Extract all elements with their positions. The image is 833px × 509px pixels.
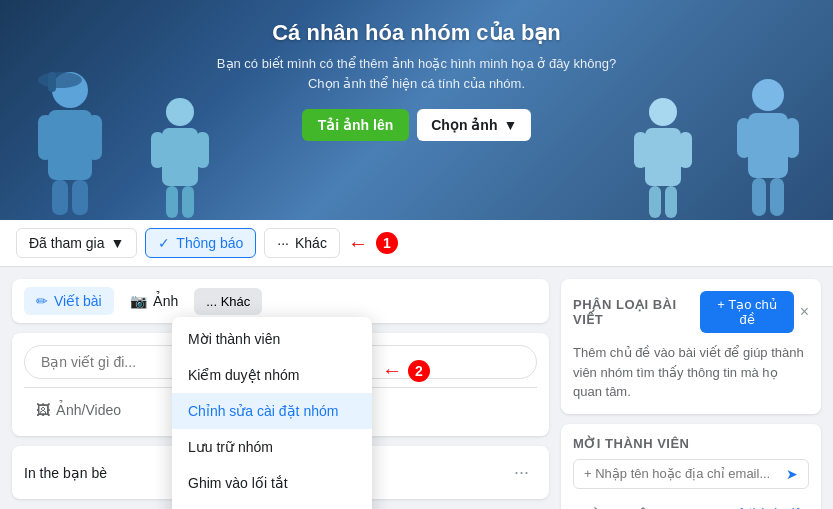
left-panel: ✏ Viết bài 📷 Ảnh ... Khác Mời thành viên… (12, 279, 549, 509)
invite-more-button[interactable]: ··· (506, 458, 537, 487)
svg-rect-12 (752, 178, 766, 216)
invite-member-card: MỜI THÀNH VIÊN ➤ THÀNH VIÊN 1 thành viên… (561, 424, 821, 510)
dropdown-item-pin[interactable]: Ghim vào lối tắt (172, 465, 372, 501)
svg-point-14 (166, 98, 194, 126)
email-input[interactable] (584, 466, 778, 481)
svg-rect-13 (770, 178, 784, 216)
toolbar: Đã tham gia ▼ ✓ Thông báo ··· Khác ← 1 (0, 220, 833, 267)
svg-rect-25 (665, 186, 677, 218)
annotation-2: ← 2 (382, 359, 430, 382)
annotation-1: ← 1 (348, 232, 398, 255)
svg-point-20 (649, 98, 677, 126)
figure-right (723, 70, 813, 220)
red-arrow-2-icon: ← (382, 359, 402, 382)
figure-center-right (623, 90, 703, 220)
category-card: PHÂN LOẠI BÀI VIẾT + Tạo chủ đề × Thêm c… (561, 279, 821, 414)
right-panel: PHÂN LOẠI BÀI VIẾT + Tạo chủ đề × Thêm c… (561, 279, 821, 509)
member-section: THÀNH VIÊN 1 thành viên (573, 497, 809, 510)
svg-rect-1 (48, 110, 92, 180)
svg-rect-3 (87, 115, 102, 160)
banner: Cá nhân hóa nhóm của bạn Bạn có biết mìn… (0, 0, 833, 220)
more-toolbar-button[interactable]: ··· Khác (264, 228, 340, 258)
dropdown-item-settings[interactable]: Chỉnh sửa cài đặt nhóm (172, 393, 372, 429)
svg-rect-23 (679, 132, 692, 168)
category-actions: + Tạo chủ đề × (700, 291, 809, 333)
svg-rect-11 (785, 118, 799, 158)
dropdown-item-archive[interactable]: Lưu trữ nhóm (172, 429, 372, 465)
pencil-icon: ✏ (36, 293, 48, 309)
svg-rect-15 (162, 128, 198, 186)
svg-rect-22 (634, 132, 647, 168)
banner-title: Cá nhân hóa nhóm của bạn (272, 20, 561, 46)
tab-post[interactable]: ✏ Viết bài (24, 287, 114, 315)
svg-rect-24 (649, 186, 661, 218)
svg-rect-17 (196, 132, 209, 168)
figure-center-left (140, 90, 220, 220)
tab-photo[interactable]: 📷 Ảnh (118, 287, 191, 315)
svg-rect-2 (38, 115, 53, 160)
red-arrow-icon: ← (348, 232, 368, 255)
photo-video-icon: 🖼 (36, 402, 50, 418)
photo-video-button[interactable]: 🖼 Ảnh/Video (24, 396, 133, 424)
figure-left (20, 60, 120, 220)
svg-rect-5 (72, 180, 88, 215)
svg-rect-9 (748, 113, 788, 178)
category-title: PHÂN LOẠI BÀI VIẾT (573, 297, 700, 327)
check-icon: ✓ (158, 235, 170, 251)
category-description: Thêm chủ đề vào bài viết để giúp thành v… (573, 343, 809, 402)
svg-point-8 (752, 79, 784, 111)
close-category-button[interactable]: × (800, 303, 809, 321)
svg-rect-18 (166, 186, 178, 218)
svg-rect-21 (645, 128, 681, 186)
joined-button[interactable]: Đã tham gia ▼ (16, 228, 137, 258)
banner-subtitle: Bạn có biết mình có thể thêm ảnh hoặc hì… (217, 54, 616, 93)
main-layout: ✏ Viết bài 📷 Ảnh ... Khác Mời thành viên… (0, 267, 833, 509)
photo-icon: 📷 (130, 293, 147, 309)
svg-rect-16 (151, 132, 164, 168)
upload-photo-button[interactable]: Tải ảnh lên (302, 109, 410, 141)
svg-rect-7 (48, 72, 56, 92)
create-topic-button[interactable]: + Tạo chủ đề (700, 291, 793, 333)
notification-button[interactable]: ✓ Thông báo (145, 228, 256, 258)
send-icon: ➤ (786, 466, 798, 482)
dropdown-item-invite[interactable]: Mời thành viên (172, 321, 372, 357)
chevron-down-icon: ▼ (503, 117, 517, 133)
banner-buttons: Tải ảnh lên Chọn ảnh ▼ (302, 109, 532, 141)
member-count: 1 thành viên (738, 505, 809, 510)
dropdown-item-link[interactable]: Liên kết nhóm có sẵn (172, 501, 372, 509)
svg-rect-4 (52, 180, 68, 215)
invite-text: In the bạn bè (24, 465, 107, 481)
dropdown-item-moderate[interactable]: Kiểm duyệt nhóm (172, 357, 372, 393)
email-input-row: ➤ (573, 459, 809, 489)
svg-point-6 (38, 72, 82, 88)
dropdown-menu: Mời thành viên Kiểm duyệt nhóm Chỉnh sửa… (172, 317, 372, 509)
content-tabs: ✏ Viết bài 📷 Ảnh ... Khác Mời thành viên… (12, 279, 549, 323)
invite-member-title: MỜI THÀNH VIÊN (573, 436, 809, 451)
choose-photo-button[interactable]: Chọn ảnh ▼ (417, 109, 531, 141)
chevron-down-icon: ▼ (110, 235, 124, 251)
svg-rect-19 (182, 186, 194, 218)
category-header: PHÂN LOẠI BÀI VIẾT + Tạo chủ đề × (573, 291, 809, 333)
svg-rect-10 (737, 118, 751, 158)
annotation-number-2: 2 (408, 360, 430, 382)
tab-more-button[interactable]: ... Khác (194, 288, 262, 315)
annotation-number: 1 (376, 232, 398, 254)
